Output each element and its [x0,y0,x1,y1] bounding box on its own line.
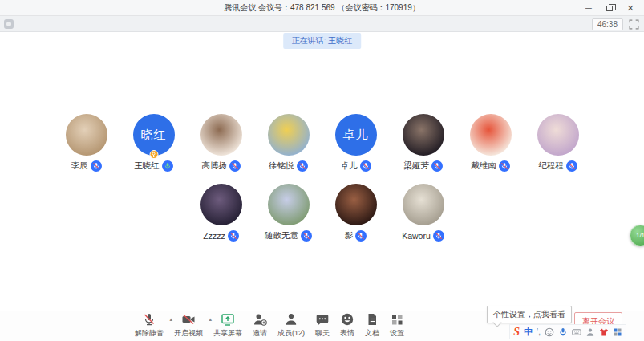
participant-cell[interactable]: 纪程程 [525,114,592,172]
ime-emoji-icon[interactable] [545,327,554,337]
participant-name: 徐铭悦 [269,160,294,172]
close-icon[interactable]: ✕ [620,0,641,16]
members-icon [284,312,298,327]
ime-toolbox-icon[interactable] [613,327,622,337]
participant-cell[interactable]: 影 [322,184,390,242]
share-screen-icon [221,312,235,327]
participant-name: 随散无意 [265,230,298,242]
avatar [403,184,444,225]
participant-cell[interactable]: 梁娅芳 [390,114,457,172]
meeting-info-icon[interactable] [4,19,14,29]
participant-name: 纪程程 [538,160,564,172]
participant-grid: 李辰 晓红 王晓红 高博扬 徐铭悦 卓儿 卓儿 梁娅芳 [0,32,644,242]
share-screen-button[interactable]: 共享屏幕 [213,312,242,339]
documents-button[interactable]: 文档 [365,312,379,339]
speaking-banner: 正在讲话: 王晓红 [283,33,362,49]
invite-icon [253,312,267,327]
ime-toolbar: S 中 ’, [509,324,626,339]
host-badge [149,150,158,159]
avatar [200,114,242,156]
mic-status-icon[interactable] [431,160,443,172]
bottom-toolbar: ▴ 解除静音 ▴ 开启视频 共享屏幕 邀请 [0,311,644,341]
participant-cell[interactable]: Zzzzz [188,184,255,242]
participant-cell[interactable]: 徐铭悦 [255,114,322,172]
mic-status-icon[interactable] [566,160,577,172]
apps-grid-icon [390,312,404,327]
avatar [66,114,107,156]
participant-name: 高博扬 [201,160,227,172]
participant-cell[interactable]: 随散无意 [255,184,322,242]
participant-name: 李辰 [71,160,88,172]
mic-status-icon[interactable] [228,230,239,242]
video-options-caret[interactable]: ▴ [209,316,212,323]
mic-status-icon[interactable] [499,160,510,172]
mic-off-icon: ▴ [142,312,156,327]
participant-row-2: Zzzzz 随散无意 影 Kaworu [0,184,644,242]
participant-name: 卓儿 [341,160,358,172]
participant-cell[interactable]: Kaworu [390,184,457,242]
participant-cell[interactable]: 戴维南 [457,114,525,172]
participant-cell[interactable]: 李辰 [53,114,120,172]
mic-status-icon[interactable] [301,230,312,242]
ime-skin-icon[interactable] [599,327,609,337]
start-video-button[interactable]: ▴ 开启视频 [174,312,203,339]
participant-name: 王晓红 [134,160,160,172]
participant-cell[interactable]: 高博扬 [188,114,255,172]
sogou-logo-icon[interactable]: S [513,327,520,337]
avatar [470,114,512,156]
emoji-button[interactable]: 表情 [340,312,354,339]
unmute-button[interactable]: ▴ 解除静音 [135,312,164,339]
ime-voice-icon[interactable] [558,327,568,337]
settings-button[interactable]: 设置 [390,312,404,339]
page-indicator-button[interactable]: 1/1 [630,225,644,246]
avatar [268,184,310,225]
document-icon [365,312,379,327]
avatar [403,114,444,156]
mic-options-caret[interactable]: ▴ [169,316,172,323]
mic-status-icon[interactable] [433,230,444,242]
participant-name: 梁娅芳 [403,160,429,172]
mic-status-icon[interactable] [297,160,308,172]
mic-status-icon[interactable] [91,160,102,172]
emoji-icon [340,312,354,327]
avatar [335,184,377,225]
participant-cell[interactable]: 卓儿 卓儿 [322,114,390,172]
participant-name: 影 [345,230,354,242]
invite-button[interactable]: 邀请 [253,312,267,339]
ime-language-mode[interactable]: 中 [524,326,533,338]
ime-keyboard-icon[interactable] [572,327,581,337]
members-button[interactable]: 成员(12) [277,312,305,339]
meeting-stage: 正在讲话: 王晓红 李辰 晓红 王晓红 高博扬 徐铭悦 卓儿 卓儿 [0,32,644,311]
info-bar: 46:38 [0,16,644,32]
avatar [537,114,579,156]
avatar [200,184,242,225]
avatar: 卓儿 [335,114,377,156]
mic-status-icon[interactable] [355,230,367,242]
meeting-timer: 46:38 [592,18,623,30]
mic-status-icon[interactable] [360,160,371,172]
window-title: 腾讯会议 会议号：478 821 569 （会议密码：170919） [224,2,420,14]
ime-punctuation-icon[interactable]: ’, [537,327,541,336]
fullscreen-icon[interactable] [629,19,639,30]
participant-name: 戴维南 [471,160,496,172]
camera-off-icon: ▴ [181,312,196,327]
restore-icon[interactable] [599,0,620,16]
window-controls: ─ ✕ [578,0,641,16]
participant-name: Kaworu [402,231,431,241]
participant-cell[interactable]: 晓红 王晓红 [120,114,188,172]
personalization-tooltip[interactable]: 个性设置，点我看看 [487,306,572,323]
mic-status-icon[interactable] [162,160,173,172]
participant-name: Zzzzz [203,231,225,241]
chat-button[interactable]: 聊天 [315,312,330,339]
participant-row-1: 李辰 晓红 王晓红 高博扬 徐铭悦 卓儿 卓儿 梁娅芳 [0,114,644,172]
ime-user-icon[interactable] [585,327,595,337]
avatar [268,114,310,156]
mic-status-icon[interactable] [229,160,241,172]
title-bar: 腾讯会议 会议号：478 821 569 （会议密码：170919） ─ ✕ [0,0,644,16]
avatar: 晓红 [133,114,175,156]
minimize-icon[interactable]: ─ [578,0,599,16]
chat-icon [315,312,330,327]
